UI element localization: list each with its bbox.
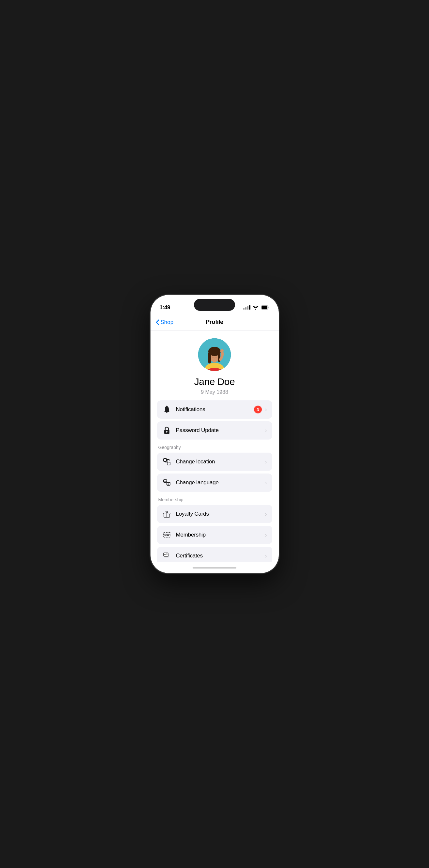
change-location-item[interactable]: Change location › [157,453,272,471]
svg-point-10 [220,349,224,352]
certificates-label: Certificates [176,553,203,559]
translate-icon: A= ab [162,478,172,487]
password-update-item[interactable]: Password Update › [157,421,272,439]
lock-icon [162,426,172,435]
notification-badge: 3 [254,406,262,413]
phone-frame: 1:49 [151,295,279,573]
svg-rect-14 [163,459,166,461]
loyalty-cards-label: Loyalty Cards [176,511,209,517]
id-card-icon [162,530,172,539]
back-chevron-icon [156,319,159,325]
back-button[interactable]: Shop [156,319,174,326]
chevron-right-icon: › [265,427,267,434]
loyalty-cards-item[interactable]: Loyalty Cards › [157,505,272,523]
membership-item[interactable]: Membership › [157,526,272,544]
change-language-item[interactable]: A= ab Change language › [157,473,272,492]
home-bar [193,567,236,568]
geography-section: Geography Change [151,442,279,492]
wifi-icon [253,305,258,310]
account-menu-group: Notifications 3 › [151,400,279,439]
profile-dob: 9 May 1988 [201,389,228,395]
status-icons [243,305,270,310]
avatar [198,338,231,371]
avatar-illustration [198,338,231,371]
dynamic-island [194,299,235,311]
chevron-right-icon: › [265,479,267,486]
membership-section: Membership [151,494,279,562]
gift-icon [162,509,172,519]
battery-icon [261,305,270,310]
bell-icon [162,405,172,414]
certificates-item[interactable]: Certificates › [157,547,272,562]
membership-section-label: Membership [157,494,272,502]
page-title: Profile [206,319,223,326]
signal-icon [243,305,250,310]
svg-rect-1 [262,306,267,309]
svg-rect-8 [208,352,211,364]
content-scroll[interactable]: Jane Doe 9 May 1988 No [151,331,279,562]
svg-point-26 [164,534,166,536]
svg-rect-15 [167,462,170,465]
chevron-right-icon: › [265,532,267,538]
chevron-right-icon: › [265,459,267,465]
svg-point-33 [164,554,165,555]
change-language-label: Change language [176,479,219,486]
profile-name: Jane Doe [194,376,235,387]
chevron-right-icon: › [265,406,267,413]
geography-section-label: Geography [157,442,272,450]
profile-section: Jane Doe 9 May 1988 [151,331,279,400]
membership-label: Membership [176,532,206,538]
notifications-item[interactable]: Notifications 3 › [157,400,272,418]
notifications-label: Notifications [176,406,205,413]
nav-header: Shop Profile [151,314,279,331]
location-icon [162,457,172,466]
svg-text:A=: A= [164,480,167,482]
status-time: 1:49 [160,304,171,311]
chevron-right-icon: › [265,511,267,518]
home-indicator [151,562,279,573]
password-update-label: Password Update [176,427,219,434]
certificate-icon [162,551,172,560]
back-label: Shop [161,319,174,326]
svg-rect-13 [166,432,167,433]
screen: 1:49 [151,295,279,573]
chevron-right-icon: › [265,553,267,559]
change-location-label: Change location [176,459,215,465]
svg-text:ab: ab [167,483,170,485]
